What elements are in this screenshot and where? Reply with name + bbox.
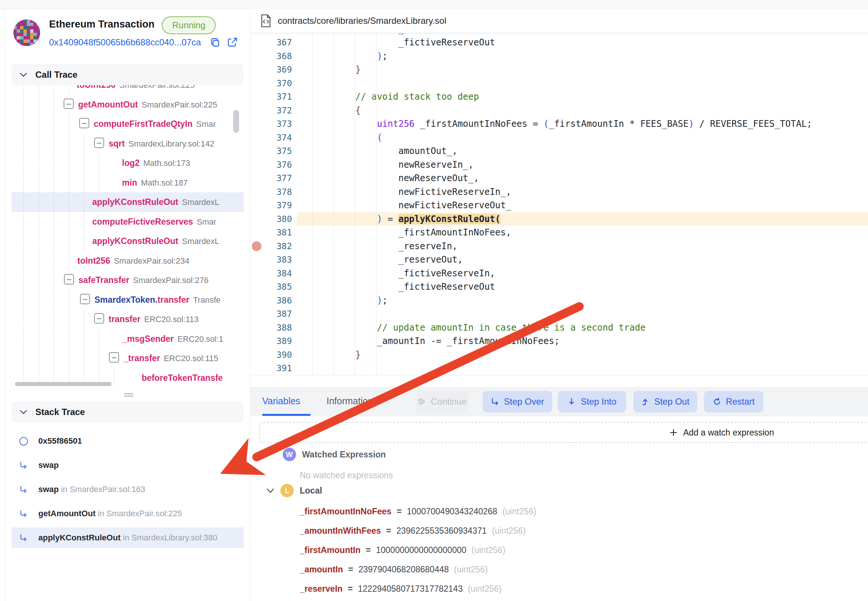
code-line[interactable]: 381 _firstAmountInNoFees, — [250, 226, 868, 239]
code-line[interactable]: 391 — [250, 362, 868, 375]
breakpoint-gutter[interactable]: 380 — [250, 212, 297, 226]
breakpoint-gutter[interactable]: 389 — [250, 334, 297, 348]
code-line[interactable]: 375 amountOut_, — [250, 144, 868, 158]
breakpoint-icon[interactable] — [252, 241, 261, 251]
local-variable-row[interactable]: _firstAmountInNoFees = 10007004903432402… — [300, 503, 536, 519]
breakpoint-gutter[interactable]: 378 — [250, 185, 297, 199]
breakpoint-gutter[interactable]: 374 — [250, 131, 297, 145]
collapse-icon[interactable]: − — [94, 137, 104, 148]
code-line[interactable]: 369 } — [250, 63, 868, 76]
code-line[interactable]: 383 _reserveOut, — [250, 253, 868, 267]
local-variable-row[interactable]: _firstAmountIn = 1000000000000000000 (ui… — [300, 542, 505, 558]
continue-button[interactable]: Continue — [416, 391, 468, 412]
call-trace-row[interactable]: computeFictiveReservesSmar — [12, 212, 244, 232]
call-trace-row[interactable]: sqrtSmardexLibrary.sol:142 − — [12, 134, 244, 154]
code-line[interactable]: 374 ( — [250, 131, 868, 145]
watched-expression-section[interactable]: W Watched Expression — [283, 447, 386, 462]
call-trace-row[interactable]: SmardexToken.transferTransfe − — [12, 290, 244, 310]
code-line[interactable]: 390 } — [250, 348, 868, 362]
code-line[interactable]: 379 newFictiveReserveOut_ — [250, 198, 868, 212]
breakpoint-gutter[interactable]: 368 — [250, 49, 297, 63]
call-trace-header[interactable]: Call Trace — [12, 64, 244, 85]
breakpoint-gutter[interactable]: 370 — [250, 76, 297, 90]
stack-trace-header[interactable]: Stack Trace — [12, 401, 244, 423]
collapse-icon[interactable]: − — [94, 313, 104, 323]
breakpoint-gutter[interactable]: 366 — [250, 33, 297, 36]
code-line[interactable]: 373 uint256 _firstAmountInNoFees = (_fir… — [250, 117, 868, 131]
call-trace-row[interactable]: computeFirstTradeQtyInSmar − — [12, 114, 244, 134]
breakpoint-gutter[interactable]: 391 — [250, 362, 297, 375]
breakpoint-gutter[interactable]: 376 — [250, 158, 297, 172]
watch-expression-input[interactable]: Add a watch expression — [259, 422, 868, 443]
code-line[interactable]: 380 ) = applyKConstRuleOut( — [250, 212, 868, 226]
stack-frame-row[interactable]: applyKConstRuleOut in SmardexLibrary.sol… — [12, 527, 244, 548]
stack-frame-row[interactable]: getAmountOut in SmardexPair.sol:225 — [12, 503, 244, 524]
call-trace-row[interactable]: getAmountOutSmardexPair.sol:225 − — [12, 95, 244, 114]
code-line[interactable]: 368 ); — [250, 49, 868, 63]
code-line[interactable]: 367 _fictiveReserveOut — [250, 36, 868, 49]
code-line[interactable]: 384 _fictiveReserveIn, — [250, 267, 868, 281]
code-line[interactable]: 388 // update amountIn in case there is … — [250, 321, 868, 335]
step-over-button[interactable]: Step Over — [483, 391, 552, 412]
breakpoint-gutter[interactable]: 379 — [250, 198, 297, 212]
call-trace-row[interactable]: log2Math.sol:173 — [12, 153, 244, 173]
call-trace-row[interactable]: minMath.sol:187 — [12, 173, 244, 193]
collapse-icon[interactable]: − — [79, 118, 89, 128]
call-trace-row[interactable]: _msgSenderERC20.sol:1 — [12, 329, 244, 349]
call-trace-vertical-scrollbar[interactable] — [233, 110, 239, 133]
code-line[interactable]: 366 _fictiveReserveIn, — [250, 33, 868, 36]
left-panel-resize-handle[interactable] — [124, 392, 134, 398]
code-line[interactable]: 382 _reserveIn, — [250, 239, 868, 253]
tab-variables[interactable]: Variables — [262, 387, 300, 414]
local-variable-row[interactable]: _amountInWithFees = 2396225535360934371 … — [300, 523, 526, 538]
breakpoint-gutter[interactable]: 388 — [250, 321, 297, 335]
code-line[interactable]: 385 _fictiveReserveOut — [250, 280, 868, 294]
external-link-icon[interactable] — [226, 37, 238, 49]
stack-frame-row[interactable]: swap in SmardexPair.sol:163 — [12, 479, 244, 500]
step-into-button[interactable]: Step Into — [558, 391, 626, 412]
code-line[interactable]: 386 ); — [250, 294, 868, 308]
local-variable-row[interactable]: _reserveIn = 1222940580717317782143 (uin… — [300, 581, 502, 596]
call-trace-row[interactable]: _transferERC20.sol:115 − — [12, 348, 244, 368]
breakpoint-gutter[interactable]: 386 — [250, 294, 297, 308]
breakpoint-gutter[interactable]: 390 — [250, 348, 297, 362]
call-trace-row[interactable]: toUint256SmardexPair.sol:225 — [12, 85, 244, 95]
tab-information[interactable]: Information — [326, 387, 373, 414]
breakpoint-gutter[interactable]: 373 — [250, 117, 297, 131]
collapse-icon[interactable]: − — [64, 274, 74, 285]
breakpoint-gutter[interactable]: 367 — [250, 36, 297, 49]
code-line[interactable]: 376 newReserveIn_, — [250, 158, 868, 172]
call-trace-row[interactable]: toInt256SmardexPair.sol:234 — [12, 251, 244, 271]
breakpoint-gutter[interactable]: 381 — [250, 226, 297, 239]
stack-frame-row[interactable]: 0x55f86501 — [12, 431, 244, 452]
copy-icon[interactable] — [209, 37, 221, 49]
breakpoint-gutter[interactable]: 382 — [250, 239, 297, 253]
step-out-button[interactable]: Step Out — [633, 391, 697, 412]
breakpoint-gutter[interactable]: 387 — [250, 307, 297, 321]
call-trace-row[interactable]: applyKConstRuleOutSmardexL — [12, 231, 244, 251]
transaction-hash-link[interactable]: 0x1409048f50065b6b688cc040...07ca — [49, 37, 201, 47]
breakpoint-gutter[interactable]: 369 — [250, 63, 297, 76]
breakpoint-gutter[interactable]: 385 — [250, 280, 297, 294]
stack-frame-row[interactable]: swap — [12, 455, 244, 476]
code-line[interactable]: 378 newFictiveReserveIn_, — [250, 185, 868, 199]
breakpoint-gutter[interactable]: 375 — [250, 144, 297, 158]
add-watch-expression-button[interactable]: Add a watch expression — [669, 423, 774, 442]
call-trace-row[interactable]: applyKConstRuleOutSmardexL — [12, 192, 244, 212]
call-trace-row[interactable]: transferERC20.sol:113 − — [12, 310, 244, 329]
local-variable-row[interactable]: _amountIn = 2397904068208680448 (uint256… — [300, 561, 488, 577]
call-trace-horizontal-scrollbar[interactable] — [15, 382, 111, 386]
code-line[interactable]: 370 — [250, 76, 868, 90]
breakpoint-gutter[interactable]: 371 — [250, 90, 297, 104]
restart-button[interactable]: Restart — [704, 391, 763, 412]
call-trace-row[interactable]: safeTransferSmardexPair.sol:276 − — [12, 270, 244, 290]
breakpoint-gutter[interactable]: 383 — [250, 253, 297, 267]
breakpoint-gutter[interactable]: 377 — [250, 171, 297, 185]
breakpoint-gutter[interactable]: 372 — [250, 104, 297, 117]
code-line[interactable]: 389 _amountIn -= _firstAmountInNoFees; — [250, 334, 868, 348]
code-line[interactable]: 372 { — [250, 104, 868, 117]
code-line[interactable]: 371 // avoid stack too deep — [250, 90, 868, 104]
collapse-icon[interactable]: − — [64, 99, 74, 109]
code-line[interactable]: 377 newReserveOut_, — [250, 171, 868, 185]
breakpoint-gutter[interactable]: 384 — [250, 267, 297, 281]
